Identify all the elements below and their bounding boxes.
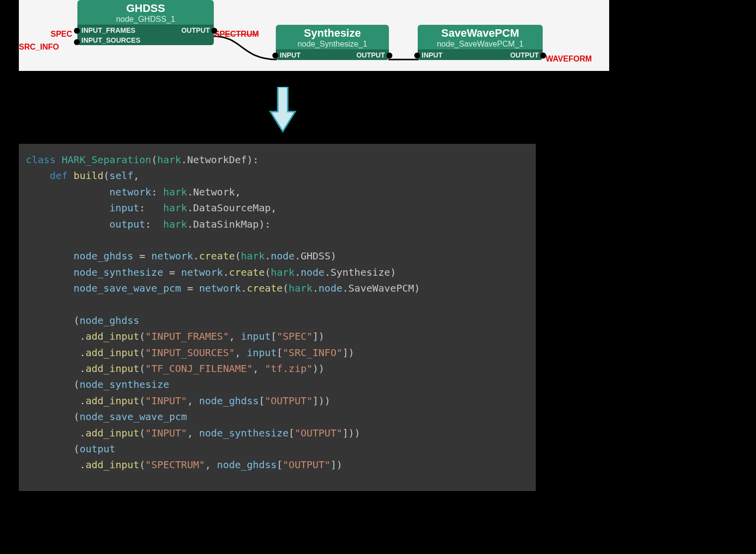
ext-label-spec: SPEC: [51, 30, 72, 39]
port-dot[interactable]: [272, 53, 278, 59]
port-dot[interactable]: [540, 53, 546, 59]
port-out[interactable]: OUTPUT: [356, 51, 385, 59]
port-dot[interactable]: [386, 53, 392, 59]
node-synthesize[interactable]: Synthesize node_Synthesize_1 INPUT OUTPU…: [276, 25, 389, 60]
port-dot[interactable]: [211, 28, 217, 34]
port-in[interactable]: INPUT_FRAMES: [81, 26, 135, 34]
node-title: GHDSS: [82, 2, 209, 15]
node-title: Synthesize: [281, 27, 384, 40]
ext-label-spectrum: SPECTRUM: [214, 30, 259, 39]
port-out[interactable]: OUTPUT: [510, 51, 539, 59]
port-dot[interactable]: [74, 28, 80, 34]
port-dot[interactable]: [74, 39, 80, 45]
ext-label-srcinfo: SRC_INFO: [19, 43, 59, 52]
node-graph-canvas: SPEC SRC_INFO SPECTRUM WAVEFORM GHDSS no…: [19, 0, 609, 71]
node-ghdss[interactable]: GHDSS node_GHDSS_1 INPUT_FRAMES OUTPUT I…: [77, 0, 214, 45]
node-subtitle: node_GHDSS_1: [82, 15, 209, 24]
port-in[interactable]: INPUT_SOURCES: [81, 36, 140, 44]
port-out[interactable]: OUTPUT: [181, 26, 210, 34]
arrow-down-icon: [268, 87, 298, 136]
node-header: GHDSS node_GHDSS_1: [77, 0, 214, 25]
node-header: Synthesize node_Synthesize_1: [276, 25, 389, 50]
code-block: class HARK_Separation(hark.NetworkDef): …: [19, 144, 536, 491]
node-savewavepcm[interactable]: SaveWavePCM node_SaveWavePCM_1 INPUT OUT…: [418, 25, 543, 60]
port-in[interactable]: INPUT: [422, 51, 442, 59]
node-subtitle: node_SaveWavePCM_1: [423, 40, 538, 49]
node-title: SaveWavePCM: [423, 27, 538, 40]
port-dot[interactable]: [414, 53, 420, 59]
node-header: SaveWavePCM node_SaveWavePCM_1: [418, 25, 543, 50]
ext-label-waveform: WAVEFORM: [546, 55, 592, 63]
node-subtitle: node_Synthesize_1: [281, 40, 384, 49]
port-in[interactable]: INPUT: [280, 51, 301, 59]
